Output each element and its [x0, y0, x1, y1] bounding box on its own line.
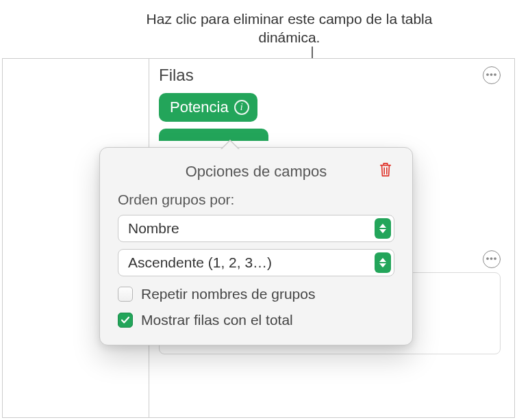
checkmark-icon [121, 315, 130, 325]
info-icon[interactable]: i [234, 100, 249, 115]
more-options-icon[interactable]: ••• [483, 66, 501, 84]
rows-section-header: Filas ••• [149, 59, 514, 85]
trash-icon [378, 161, 393, 178]
popover-header: Opciones de campos [118, 163, 394, 181]
dropdown-stepper-icon [375, 252, 391, 273]
show-totals-checkbox[interactable] [118, 313, 133, 328]
repeat-names-row[interactable]: Repetir nombres de grupos [118, 286, 394, 302]
order-groups-label: Orden grupos por: [118, 192, 394, 208]
field-pill-label: Potencia [170, 99, 229, 116]
sort-direction-value: Ascendente (1, 2, 3…) [128, 254, 375, 271]
show-totals-label: Mostrar filas con el total [141, 312, 293, 328]
field-pills-area: Potencia i [149, 85, 514, 141]
rows-title: Filas [159, 66, 194, 85]
dropdown-stepper-icon [375, 218, 391, 239]
field-pill-potencia[interactable]: Potencia i [159, 93, 257, 122]
sort-by-select[interactable]: Nombre [118, 215, 394, 242]
more-options-icon-lower[interactable]: ••• [483, 250, 501, 268]
repeat-names-checkbox[interactable] [118, 287, 133, 302]
sort-by-value: Nombre [128, 220, 375, 237]
delete-field-button[interactable] [378, 161, 396, 179]
popover-title: Opciones de campos [186, 163, 327, 181]
callout-text: Haz clic para eliminar este campo de la … [130, 10, 449, 47]
field-options-popover: Opciones de campos Orden grupos por: Nom… [99, 147, 413, 345]
field-pill-secondary[interactable] [159, 129, 268, 141]
repeat-names-label: Repetir nombres de grupos [141, 286, 315, 302]
sort-direction-select[interactable]: Ascendente (1, 2, 3…) [118, 249, 394, 276]
show-totals-row[interactable]: Mostrar filas con el total [118, 312, 394, 328]
